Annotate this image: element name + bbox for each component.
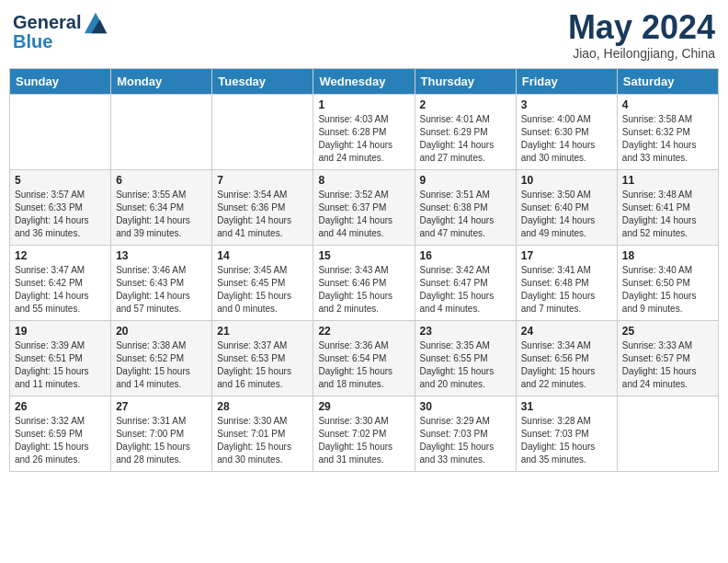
day-cell: 23Sunrise: 3:35 AM Sunset: 6:55 PM Dayli…: [415, 320, 516, 396]
day-number: 23: [420, 325, 511, 338]
location-title: Jiao, Heilongjiang, China: [568, 46, 715, 61]
day-number: 15: [318, 249, 409, 262]
day-info: Sunrise: 3:31 AM Sunset: 7:00 PM Dayligh…: [116, 415, 207, 466]
day-number: 11: [622, 174, 713, 187]
day-cell: 13Sunrise: 3:46 AM Sunset: 6:43 PM Dayli…: [111, 245, 212, 320]
weekday-header-wednesday: Wednesday: [313, 68, 415, 94]
day-number: 21: [217, 325, 308, 338]
day-info: Sunrise: 3:40 AM Sunset: 6:50 PM Dayligh…: [622, 264, 713, 316]
calendar-table: SundayMondayTuesdayWednesdayThursdayFrid…: [9, 68, 719, 472]
day-number: 5: [15, 174, 106, 187]
weekday-header-friday: Friday: [516, 68, 617, 94]
day-info: Sunrise: 3:54 AM Sunset: 6:36 PM Dayligh…: [217, 189, 308, 240]
day-info: Sunrise: 3:50 AM Sunset: 6:40 PM Dayligh…: [521, 189, 612, 240]
day-number: 30: [420, 400, 511, 413]
day-info: Sunrise: 3:58 AM Sunset: 6:32 PM Dayligh…: [622, 113, 713, 165]
day-info: Sunrise: 3:52 AM Sunset: 6:37 PM Dayligh…: [318, 189, 409, 240]
day-cell: [212, 94, 313, 169]
day-info: Sunrise: 3:32 AM Sunset: 6:59 PM Dayligh…: [15, 415, 106, 466]
day-info: Sunrise: 3:34 AM Sunset: 6:56 PM Dayligh…: [521, 339, 612, 391]
day-number: 17: [521, 249, 612, 262]
day-info: Sunrise: 3:55 AM Sunset: 6:34 PM Dayligh…: [116, 189, 207, 240]
day-cell: 3Sunrise: 4:00 AM Sunset: 6:30 PM Daylig…: [516, 94, 617, 169]
day-cell: 11Sunrise: 3:48 AM Sunset: 6:41 PM Dayli…: [617, 169, 718, 245]
day-cell: 26Sunrise: 3:32 AM Sunset: 6:59 PM Dayli…: [10, 396, 111, 471]
day-number: 2: [420, 98, 511, 111]
day-info: Sunrise: 3:51 AM Sunset: 6:38 PM Dayligh…: [420, 189, 511, 240]
day-info: Sunrise: 3:30 AM Sunset: 7:02 PM Dayligh…: [318, 415, 409, 466]
weekday-header-tuesday: Tuesday: [212, 68, 313, 94]
day-info: Sunrise: 3:46 AM Sunset: 6:43 PM Dayligh…: [116, 264, 207, 316]
day-cell: 29Sunrise: 3:30 AM Sunset: 7:02 PM Dayli…: [313, 396, 415, 471]
day-cell: 30Sunrise: 3:29 AM Sunset: 7:03 PM Dayli…: [415, 396, 516, 471]
day-info: Sunrise: 3:39 AM Sunset: 6:51 PM Dayligh…: [15, 339, 106, 391]
day-cell: 1Sunrise: 4:03 AM Sunset: 6:28 PM Daylig…: [313, 94, 415, 169]
calendar-header-row: SundayMondayTuesdayWednesdayThursdayFrid…: [10, 68, 719, 94]
day-cell: 6Sunrise: 3:55 AM Sunset: 6:34 PM Daylig…: [111, 169, 212, 245]
day-number: 18: [622, 249, 713, 262]
day-cell: 14Sunrise: 3:45 AM Sunset: 6:45 PM Dayli…: [212, 245, 313, 320]
day-info: Sunrise: 3:35 AM Sunset: 6:55 PM Dayligh…: [420, 339, 511, 391]
day-info: Sunrise: 4:00 AM Sunset: 6:30 PM Dayligh…: [521, 113, 612, 165]
day-info: Sunrise: 3:48 AM Sunset: 6:41 PM Dayligh…: [622, 189, 713, 240]
week-row-3: 12Sunrise: 3:47 AM Sunset: 6:42 PM Dayli…: [10, 245, 719, 320]
month-title: May 2024: [568, 9, 715, 46]
weekday-header-sunday: Sunday: [10, 68, 111, 94]
day-cell: 31Sunrise: 3:28 AM Sunset: 7:03 PM Dayli…: [516, 396, 617, 471]
day-cell: 7Sunrise: 3:54 AM Sunset: 6:36 PM Daylig…: [212, 169, 313, 245]
day-cell: 9Sunrise: 3:51 AM Sunset: 6:38 PM Daylig…: [415, 169, 516, 245]
day-number: 26: [15, 400, 106, 413]
logo-text: General: [13, 13, 81, 31]
day-cell: 27Sunrise: 3:31 AM Sunset: 7:00 PM Dayli…: [111, 396, 212, 471]
day-number: 14: [217, 249, 308, 262]
day-number: 24: [521, 325, 612, 338]
day-info: Sunrise: 3:37 AM Sunset: 6:53 PM Dayligh…: [217, 339, 308, 391]
day-info: Sunrise: 3:43 AM Sunset: 6:46 PM Dayligh…: [318, 264, 409, 316]
title-area: May 2024 Jiao, Heilongjiang, China: [568, 9, 715, 61]
day-info: Sunrise: 3:33 AM Sunset: 6:57 PM Dayligh…: [622, 339, 713, 391]
day-number: 10: [521, 174, 612, 187]
day-info: Sunrise: 4:01 AM Sunset: 6:29 PM Dayligh…: [420, 113, 511, 165]
day-info: Sunrise: 3:28 AM Sunset: 7:03 PM Dayligh…: [521, 415, 612, 466]
day-info: Sunrise: 3:42 AM Sunset: 6:47 PM Dayligh…: [420, 264, 511, 316]
header: General Blue May 2024 Jiao, Heilongjiang…: [9, 9, 719, 61]
day-number: 19: [15, 325, 106, 338]
week-row-2: 5Sunrise: 3:57 AM Sunset: 6:33 PM Daylig…: [10, 169, 719, 245]
day-info: Sunrise: 3:41 AM Sunset: 6:48 PM Dayligh…: [521, 264, 612, 316]
day-cell: 16Sunrise: 3:42 AM Sunset: 6:47 PM Dayli…: [415, 245, 516, 320]
day-number: 16: [420, 249, 511, 262]
day-cell: 17Sunrise: 3:41 AM Sunset: 6:48 PM Dayli…: [516, 245, 617, 320]
day-number: 22: [318, 325, 409, 338]
day-cell: 8Sunrise: 3:52 AM Sunset: 6:37 PM Daylig…: [313, 169, 415, 245]
day-number: 31: [521, 400, 612, 413]
week-row-5: 26Sunrise: 3:32 AM Sunset: 6:59 PM Dayli…: [10, 396, 719, 471]
day-number: 27: [116, 400, 207, 413]
day-cell: 18Sunrise: 3:40 AM Sunset: 6:50 PM Dayli…: [617, 245, 718, 320]
day-cell: 5Sunrise: 3:57 AM Sunset: 6:33 PM Daylig…: [10, 169, 111, 245]
day-info: Sunrise: 4:03 AM Sunset: 6:28 PM Dayligh…: [318, 113, 409, 165]
day-number: 20: [116, 325, 207, 338]
day-number: 4: [622, 98, 713, 111]
weekday-header-monday: Monday: [111, 68, 212, 94]
logo: General Blue: [13, 9, 108, 52]
day-number: 3: [521, 98, 612, 111]
day-cell: 21Sunrise: 3:37 AM Sunset: 6:53 PM Dayli…: [212, 320, 313, 396]
day-info: Sunrise: 3:45 AM Sunset: 6:45 PM Dayligh…: [217, 264, 308, 316]
day-cell: 10Sunrise: 3:50 AM Sunset: 6:40 PM Dayli…: [516, 169, 617, 245]
day-info: Sunrise: 3:38 AM Sunset: 6:52 PM Dayligh…: [116, 339, 207, 391]
day-cell: [10, 94, 111, 169]
day-cell: 28Sunrise: 3:30 AM Sunset: 7:01 PM Dayli…: [212, 396, 313, 471]
week-row-1: 1Sunrise: 4:03 AM Sunset: 6:28 PM Daylig…: [10, 94, 719, 169]
day-cell: [617, 396, 718, 471]
calendar-body: 1Sunrise: 4:03 AM Sunset: 6:28 PM Daylig…: [10, 94, 719, 471]
day-cell: [111, 94, 212, 169]
day-number: 28: [217, 400, 308, 413]
day-number: 13: [116, 249, 207, 262]
day-cell: 22Sunrise: 3:36 AM Sunset: 6:54 PM Dayli…: [313, 320, 415, 396]
day-cell: 15Sunrise: 3:43 AM Sunset: 6:46 PM Dayli…: [313, 245, 415, 320]
day-info: Sunrise: 3:57 AM Sunset: 6:33 PM Dayligh…: [15, 189, 106, 240]
day-number: 7: [217, 174, 308, 187]
day-info: Sunrise: 3:30 AM Sunset: 7:01 PM Dayligh…: [217, 415, 308, 466]
day-cell: 19Sunrise: 3:39 AM Sunset: 6:51 PM Dayli…: [10, 320, 111, 396]
day-number: 1: [318, 98, 409, 111]
